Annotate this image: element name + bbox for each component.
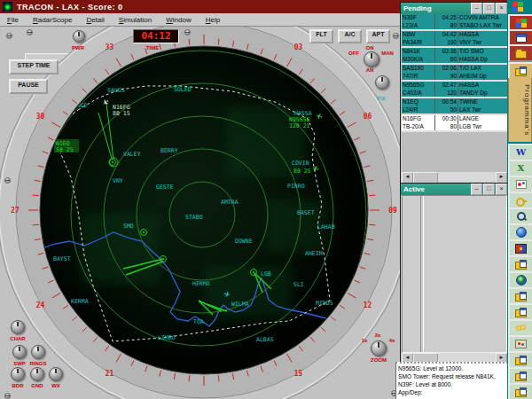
foldcal-icon[interactable] (508, 255, 532, 273)
messages-window[interactable]: N9565G: Level at 12000.SMO Tower: Reques… (395, 362, 512, 399)
key-icon[interactable] (508, 192, 532, 209)
flight-strip-n841k[interactable]: N841KM20K/A03:3660T/O SMOHASSA Dp (402, 48, 507, 65)
strip-line: 80 (436, 22, 457, 30)
message-line: N39F: Level at 8000. (398, 380, 509, 388)
search-icon[interactable] (508, 207, 532, 225)
strip-cell: HASSATANDY Dp (458, 82, 507, 97)
menu-help[interactable]: Help (199, 16, 227, 24)
app-icon[interactable] (2, 1, 13, 12)
letter-icon[interactable]: X (508, 160, 532, 177)
wx-knob[interactable] (49, 367, 63, 381)
strip-cell: T/O LAXAHEIM Dp (458, 65, 507, 80)
flight-strip-sas190[interactable]: SAS190747/R02:0690T/O LAXAHEIM Dp (402, 65, 507, 82)
button-flt[interactable]: FLT (309, 29, 333, 43)
strip-line: 60 (436, 56, 457, 64)
strip-line: HASSA (459, 31, 506, 39)
swp-knob[interactable] (12, 345, 27, 359)
folder-icon[interactable] (508, 44, 532, 62)
strip-line: 100 (436, 39, 457, 47)
strip-line: LANGE (459, 115, 506, 123)
flight-strip-n8w[interactable]: N8WPA34/R04:42100HASSAVNY Twr (402, 31, 507, 48)
strip-line: 50 (436, 106, 457, 114)
foldcal-icon[interactable] (508, 287, 532, 305)
menu-file[interactable]: File (0, 16, 26, 24)
strip-line: M20K/A (403, 56, 434, 64)
strip-line: 00:30 (436, 115, 457, 123)
strip-line: N9565G (403, 82, 434, 90)
close-button[interactable]: × (496, 184, 507, 195)
paint-icon[interactable] (508, 176, 532, 193)
search-glyph (516, 212, 527, 221)
strip-line: HASSA (459, 82, 506, 90)
foldcal-glyph (515, 293, 527, 301)
key-glyph (516, 196, 527, 205)
foldcal-icon[interactable] (508, 62, 532, 80)
button-apt[interactable]: APT (366, 29, 390, 43)
globe2-icon[interactable] (508, 271, 532, 289)
strip-line: N1EQ (403, 98, 434, 106)
gnd-knob[interactable] (30, 367, 44, 381)
dos-glyph (515, 244, 527, 254)
windows-logo-icon[interactable] (512, 2, 523, 12)
strip-line: L23/A (403, 22, 434, 30)
strip-line: T/O LAX (459, 65, 506, 73)
foldcal-icon[interactable] (508, 351, 532, 369)
strip-line: 04:42 (436, 31, 457, 39)
flight-strip-n39f[interactable]: N39FL23/A04:2580COVIN AMTRASTABO LAX Twr (402, 14, 507, 31)
strip-line: LAX Twr (459, 106, 506, 114)
strip-line: TANDY Dp (459, 90, 506, 98)
minimize-button[interactable]: – (471, 3, 482, 14)
mode-knob[interactable] (364, 51, 379, 67)
strip-line: SAS190 (403, 65, 434, 73)
flight-strip-n1eq[interactable]: N1EQL24/R00:5450TWINELAX Twr (402, 98, 507, 115)
strip-line: 80 (436, 123, 457, 131)
pending-titlebar[interactable]: Pending –□× (401, 3, 508, 14)
strip-line: 120 (436, 90, 457, 98)
menu-detail[interactable]: Detail (79, 16, 111, 24)
letter-icon[interactable]: W (508, 144, 532, 161)
foldcal-icon[interactable] (508, 367, 532, 385)
strip-line: 00:54 (436, 98, 457, 106)
strip-line: N39F (403, 14, 434, 22)
char-knob[interactable] (11, 320, 25, 334)
button-pause[interactable]: PAUSE (9, 79, 48, 94)
dos-icon[interactable] (508, 239, 532, 257)
screw (27, 29, 33, 35)
fix-knob[interactable] (375, 75, 389, 90)
minimize-button[interactable]: – (471, 184, 482, 195)
globe-glyph (516, 227, 527, 238)
menu-radarscope[interactable]: RadarScope (26, 16, 79, 24)
button-step-time[interactable]: STEP TIME (9, 59, 59, 74)
active-title: Active (401, 185, 471, 193)
strip-cell: N39FL23/A (402, 14, 435, 29)
window-title: TRACON - LAX - Score: 0 (17, 3, 123, 12)
button-a-c[interactable]: A/C (338, 29, 362, 43)
active-window: Active –□× ◄► (400, 183, 509, 364)
flight-strip-n16fg[interactable]: N16FGTB-20/A00:3080LANGELGB Twr (402, 115, 507, 132)
strip-line: N8W (403, 31, 434, 39)
map-icon[interactable] (508, 335, 532, 353)
horizontal-scrollbar[interactable]: ◄► (402, 172, 507, 182)
maximize-button[interactable]: □ (483, 3, 495, 14)
maximize-button[interactable]: □ (483, 184, 495, 195)
screw (393, 33, 399, 39)
time-display: 04:12 (133, 29, 179, 43)
menu-simulation[interactable]: Simulation (112, 16, 159, 24)
bdr-knob[interactable] (11, 367, 25, 381)
coins-icon[interactable] (508, 319, 532, 337)
knob-position-label: 4x (389, 338, 395, 343)
pwr-knob[interactable] (73, 30, 85, 43)
foldcal-icon[interactable] (508, 383, 532, 399)
strip-line: TWINE (459, 98, 506, 106)
menu-window[interactable]: Window (159, 16, 198, 24)
rings-knob[interactable] (31, 345, 45, 359)
strip-cell: N8WPA34/R (402, 31, 435, 46)
scroll-track[interactable] (438, 172, 496, 182)
zoom-knob[interactable] (371, 340, 387, 356)
flight-strip-n9565g[interactable]: N9565GC402/A02:47120HASSATANDY Dp (402, 82, 507, 98)
strip-line: COVIN AMTRA (459, 14, 506, 22)
foldcal-icon[interactable] (508, 303, 532, 321)
close-button[interactable]: × (496, 3, 507, 14)
active-titlebar[interactable]: Active –□× (401, 184, 508, 195)
globe-icon[interactable] (508, 223, 532, 241)
